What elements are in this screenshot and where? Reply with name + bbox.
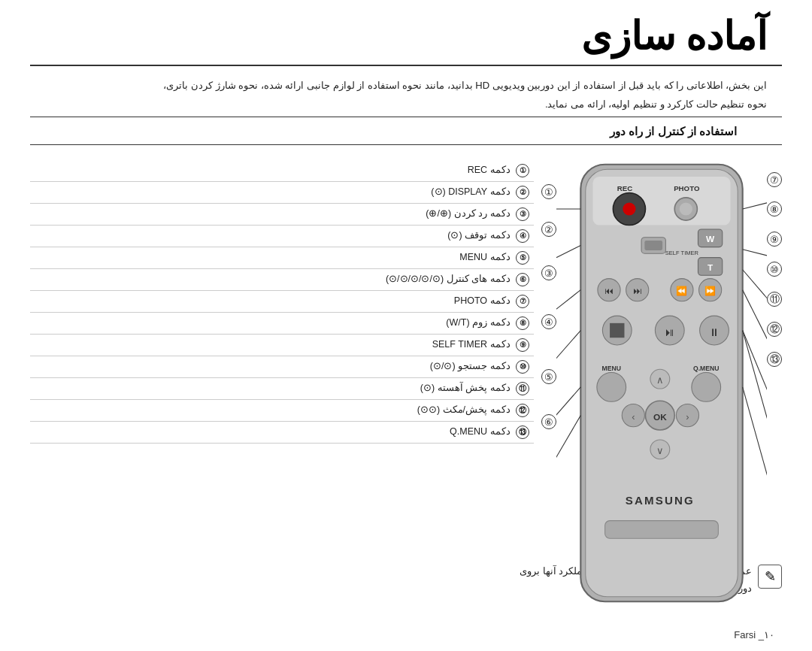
button-item-label: ⑥ دکمه های کنترل (⊙/⊙/⊙/⊙/⊙) bbox=[30, 269, 534, 291]
button-list: ① دکمه REC② دکمه DISPLAY (⊙)③ دکمه رد کر… bbox=[30, 153, 541, 559]
button-item-label: ⑧ دکمه زوم (W/T) bbox=[30, 313, 534, 335]
callout-6: ⑥ bbox=[541, 414, 556, 429]
button-table: ① دکمه REC② دکمه DISPLAY (⊙)③ دکمه رد کر… bbox=[30, 160, 534, 444]
button-num: ⑫ bbox=[516, 404, 529, 417]
page-number: Farsi _١٠ bbox=[734, 629, 774, 640]
callout-13: ⑬ bbox=[767, 352, 782, 367]
button-list-item: ③ دکمه رد کردن (⊕/⊕) bbox=[30, 204, 534, 226]
main-content: ① دکمه REC② دکمه DISPLAY (⊙)③ دکمه رد کر… bbox=[0, 153, 812, 559]
intro-text: این بخش، اطلاعاتی را که باید قبل از استف… bbox=[0, 66, 812, 117]
button-num: ③ bbox=[516, 207, 529, 221]
button-list-item: ⑦ دکمه PHOTO bbox=[30, 291, 534, 313]
intro-line2: نحوه تنظیم حالت کارکرد و تنظیم اولیه، ار… bbox=[45, 95, 767, 114]
intro-line1: این بخش، اطلاعاتی را که باید قبل از استف… bbox=[45, 77, 767, 95]
button-list-item: ⑤ دکمه MENU bbox=[30, 247, 534, 269]
button-num: ⑬ bbox=[516, 425, 529, 439]
button-num: ② bbox=[516, 186, 529, 199]
callout-5: ⑤ bbox=[541, 369, 556, 384]
button-list-item: ⑬ دکمه Q.MENU bbox=[30, 422, 534, 444]
button-item-label: ⑩ دکمه جستجو (⊙/⊙) bbox=[30, 356, 534, 378]
button-item-label: ⑨ دکمه SELF TIMER bbox=[30, 335, 534, 356]
button-num: ④ bbox=[516, 229, 529, 243]
button-list-item: ② دکمه DISPLAY (⊙) bbox=[30, 182, 534, 204]
button-list-item: ⑫ دکمه پخش/مکث (⊙⊙) bbox=[30, 400, 534, 422]
callout-4: ④ bbox=[541, 314, 556, 329]
button-item-label: ③ دکمه رد کردن (⊕/⊕) bbox=[30, 204, 534, 226]
button-item-label: ② دکمه DISPLAY (⊙) bbox=[30, 182, 534, 204]
button-num: ⑦ bbox=[516, 295, 529, 308]
page-title: آماده سازی bbox=[0, 0, 812, 65]
button-num: ⑧ bbox=[516, 316, 529, 330]
button-num: ⑥ bbox=[516, 273, 529, 286]
button-list-item: ⑨ دکمه SELF TIMER bbox=[30, 335, 534, 356]
button-num: ⑪ bbox=[516, 382, 529, 395]
callout-10: ⑩ bbox=[767, 262, 782, 277]
button-item-label: ⑦ دکمه PHOTO bbox=[30, 291, 534, 313]
button-list-item: ⑥ دکمه های کنترل (⊙/⊙/⊙/⊙/⊙) bbox=[30, 269, 534, 291]
button-item-label: ⑪ دکمه پخش آهسته (⊙) bbox=[30, 378, 534, 400]
button-list-item: ④ دکمه توقف (⊙) bbox=[30, 226, 534, 247]
button-item-label: ⑫ دکمه پخش/مکث (⊙⊙) bbox=[30, 400, 534, 422]
button-num: ① bbox=[516, 164, 529, 177]
button-item-label: ④ دکمه توقف (⊙) bbox=[30, 226, 534, 247]
callout-8: ⑧ bbox=[767, 201, 782, 216]
callout-3: ③ bbox=[541, 265, 556, 280]
button-list-item: ⑪ دکمه پخش آهسته (⊙) bbox=[30, 378, 534, 400]
button-num: ⑤ bbox=[516, 251, 529, 265]
button-num: ⑩ bbox=[516, 360, 529, 374]
button-item-label: ⑬ دکمه Q.MENU bbox=[30, 422, 534, 444]
callout-9: ⑨ bbox=[767, 232, 782, 247]
button-list-item: ⑧ دکمه زوم (W/T) bbox=[30, 313, 534, 335]
callout-2: ② bbox=[541, 222, 556, 237]
callout-1: ① bbox=[541, 184, 556, 199]
button-item-label: ⑤ دکمه MENU bbox=[30, 247, 534, 269]
button-list-item: ⑩ دکمه جستجو (⊙/⊙) bbox=[30, 356, 534, 378]
callout-overlay: ① ② ③ ④ ⑤ ⑥ ⑦ ⑧ ⑨ ⑩ ⑪ ⑫ ⑬ bbox=[541, 153, 782, 559]
callout-7: ⑦ bbox=[767, 172, 782, 187]
button-num: ⑨ bbox=[516, 338, 529, 352]
button-list-item: ① دکمه REC bbox=[30, 160, 534, 182]
section-header: استفاده از کنترل از راه دور bbox=[30, 117, 782, 145]
callout-11: ⑪ bbox=[767, 292, 782, 307]
callout-12: ⑫ bbox=[767, 322, 782, 337]
remote-area: REC PHOTO W SELF TIMER T bbox=[541, 153, 782, 559]
button-item-label: ① دکمه REC bbox=[30, 160, 534, 182]
